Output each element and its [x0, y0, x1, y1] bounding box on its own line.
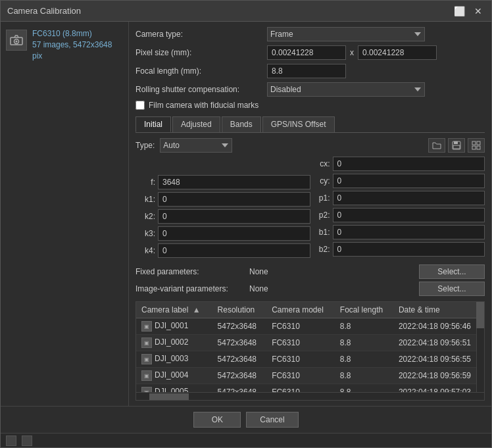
tab-gps-ins-offset[interactable]: GPS/INS Offset: [262, 116, 335, 132]
camera-info-row: FC6310 (8.8mm) 57 images, 5472x3648 pix: [6, 28, 123, 61]
param-k4-label: k4:: [135, 246, 155, 255]
param-k3-input[interactable]: [158, 226, 310, 241]
table-row[interactable]: ▣DJI_0004 5472x3648 FC6310 8.8 2022:04:1…: [136, 368, 484, 384]
col-camera-label[interactable]: Camera label ▲: [136, 302, 212, 318]
param-p1-row: p1:: [310, 191, 485, 205]
param-type-row: Type: Auto Frame Fisheye: [135, 138, 485, 153]
close-button[interactable]: ✕: [472, 6, 485, 16]
param-b2-input[interactable]: [333, 242, 485, 257]
svg-rect-7: [477, 141, 480, 145]
param-f-input[interactable]: [158, 175, 310, 189]
rolling-shutter-label: Rolling shutter compensation:: [135, 85, 267, 94]
type-select[interactable]: Auto Frame Fisheye: [160, 138, 232, 153]
param-b1-label: b1:: [310, 228, 330, 237]
pixel-size-y-input[interactable]: [358, 45, 437, 60]
svg-rect-5: [453, 145, 460, 149]
cell-model: FC6310: [266, 351, 335, 368]
params-grid: f: k1: k2: k3:: [135, 157, 485, 259]
cancel-button[interactable]: Cancel: [246, 412, 298, 428]
cell-model: FC6310: [266, 368, 335, 384]
param-cx-input[interactable]: [333, 157, 485, 171]
title-controls: ⬜ ✕: [451, 6, 485, 16]
param-cy-input[interactable]: [333, 174, 485, 188]
grid-icon-button[interactable]: [468, 138, 485, 153]
status-bar: [1, 433, 491, 447]
param-p1-input[interactable]: [333, 191, 485, 205]
dialog-title: Camera Calibration: [7, 6, 81, 16]
image-variant-select-button[interactable]: Select...: [419, 282, 485, 296]
param-k2-label: k2:: [135, 212, 155, 221]
cell-resolution: 5472x3648: [212, 368, 267, 384]
table-row[interactable]: ▣DJI_0002 5472x3648 FC6310 8.8 2022:04:1…: [136, 335, 484, 351]
rolling-shutter-select[interactable]: Disabled Enabled: [267, 82, 425, 97]
params-left-col: f: k1: k2: k3:: [135, 157, 310, 259]
pixel-size-row: Pixel size (mm): x: [135, 45, 485, 60]
camera-type-select[interactable]: Frame Fisheye Spherical: [267, 27, 425, 41]
fixed-params-section: Fixed parameters: None Select... Image-v…: [135, 264, 485, 296]
folder-icon-button[interactable]: [428, 138, 445, 153]
horizontal-scrollbar[interactable]: [136, 392, 484, 400]
cell-resolution: 5472x3648: [212, 384, 267, 393]
camera-type-row: Camera type: Frame Fisheye Spherical: [135, 27, 485, 41]
image-variant-row: Image-variant parameters: None Select...: [135, 282, 485, 296]
left-panel: FC6310 (8.8mm) 57 images, 5472x3648 pix: [1, 22, 129, 406]
vertical-scrollbar[interactable]: [476, 302, 484, 392]
film-camera-row: Film camera with fiducial marks: [135, 101, 485, 110]
right-panel: Camera type: Frame Fisheye Spherical Pix…: [129, 22, 491, 406]
pixel-size-x-input[interactable]: [267, 45, 346, 60]
param-k4-row: k4:: [135, 243, 310, 258]
hscroll-thumb: [149, 393, 189, 400]
tab-adjusted[interactable]: Adjusted: [172, 116, 220, 132]
pixel-size-label: Pixel size (mm):: [135, 48, 267, 57]
table-row[interactable]: ▣DJI_0003 5472x3648 FC6310 8.8 2022:04:1…: [136, 351, 484, 368]
param-k3-label: k3:: [135, 229, 155, 238]
svg-rect-6: [472, 141, 476, 145]
film-camera-label: Film camera with fiducial marks: [149, 101, 258, 110]
svg-rect-8: [472, 146, 476, 149]
param-k3-row: k3:: [135, 226, 310, 241]
cell-focal: 8.8: [335, 384, 393, 393]
cell-datetime: 2022:04:18 09:57:03: [393, 384, 484, 393]
param-k1-label: k1:: [135, 195, 155, 204]
camera-type-label: Camera type:: [135, 30, 267, 39]
fixed-params-row: Fixed parameters: None Select...: [135, 264, 485, 279]
film-camera-checkbox[interactable]: [135, 101, 145, 110]
param-k1-input[interactable]: [158, 192, 310, 207]
main-content: FC6310 (8.8mm) 57 images, 5472x3648 pix …: [1, 22, 491, 406]
tab-initial[interactable]: Initial: [135, 116, 171, 132]
param-f-label: f:: [135, 178, 155, 187]
camera-table-section: Camera label ▲ Resolution Camera model F…: [135, 301, 485, 401]
col-focal-length: Focal length: [335, 302, 393, 318]
cell-resolution: 5472x3648: [212, 318, 267, 335]
param-k2-input[interactable]: [158, 209, 310, 224]
x-separator: x: [350, 48, 354, 57]
cell-datetime: 2022:04:18 09:56:55: [393, 351, 484, 368]
focal-length-input[interactable]: [267, 64, 346, 78]
title-bar: Camera Calibration ⬜ ✕: [1, 1, 491, 22]
tabs-bar: Initial Adjusted Bands GPS/INS Offset: [135, 116, 485, 133]
fixed-params-select-button[interactable]: Select...: [419, 264, 485, 279]
row-icon: ▣: [141, 354, 152, 364]
focal-length-row: Focal length (mm):: [135, 64, 485, 78]
param-cy-label: cy:: [310, 176, 330, 186]
cell-label: ▣DJI_0005: [136, 384, 212, 393]
param-k4-input[interactable]: [158, 243, 310, 258]
param-k2-row: k2:: [135, 209, 310, 224]
table-row[interactable]: ▣DJI_0005 5472x3648 FC6310 8.8 2022:04:1…: [136, 384, 484, 393]
ok-button[interactable]: OK: [193, 412, 241, 428]
camera-icon: [6, 30, 27, 51]
svg-point-2: [16, 41, 18, 43]
param-p2-input[interactable]: [333, 208, 485, 222]
status-icon-1: [6, 436, 16, 446]
save-icon-button[interactable]: [448, 138, 465, 153]
param-b1-input[interactable]: [333, 225, 485, 239]
param-cy-row: cy:: [310, 174, 485, 188]
param-f-row: f:: [135, 175, 310, 189]
maximize-button[interactable]: ⬜: [451, 6, 468, 16]
table-row[interactable]: ▣DJI_0001 5472x3648 FC6310 8.8 2022:04:1…: [136, 318, 484, 335]
tab-bands[interactable]: Bands: [222, 116, 261, 132]
cell-label: ▣DJI_0004: [136, 368, 212, 384]
col-camera-model: Camera model: [266, 302, 335, 318]
focal-length-label: Focal length (mm):: [135, 66, 267, 76]
scrollbar-thumb: [476, 302, 484, 328]
